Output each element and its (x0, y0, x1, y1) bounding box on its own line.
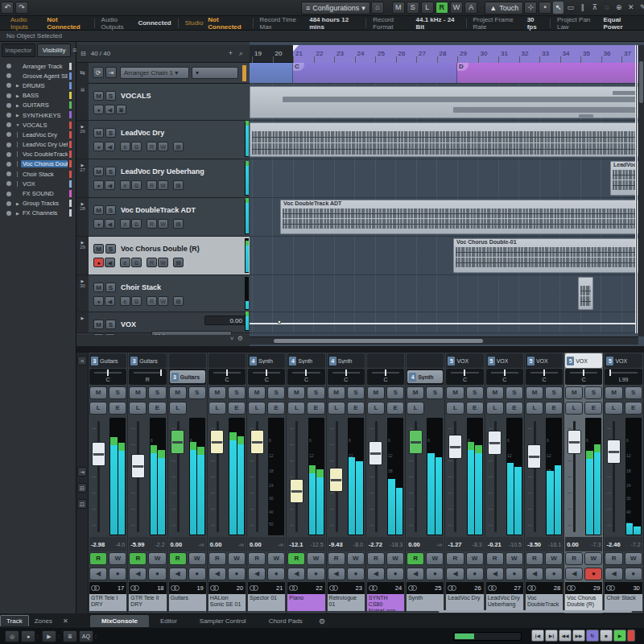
pan-cell[interactable]: C (287, 369, 324, 385)
channel-name[interactable]: Retrologue 01 (328, 594, 365, 611)
mute-button[interactable]: M (89, 386, 107, 399)
visibility-dot-icon[interactable] (6, 73, 11, 78)
pan-indicator[interactable] (107, 369, 109, 376)
record-enable-button[interactable]: ● (426, 568, 444, 580)
record-enable-button[interactable]: ● (267, 568, 285, 580)
pan-cell[interactable]: C (446, 369, 483, 385)
fader-handle[interactable] (527, 444, 541, 469)
output-view-icon[interactable]: ⊡ (77, 499, 87, 509)
write-button[interactable]: W (158, 258, 168, 267)
solo-button[interactable]: S (109, 386, 126, 399)
listen-button[interactable]: L (605, 402, 622, 415)
channel-name[interactable]: Synth (407, 594, 444, 611)
tab-inspector[interactable]: Inspector (2, 43, 35, 57)
listen-button[interactable]: L (367, 402, 385, 415)
solo-button[interactable]: S (105, 244, 116, 254)
record-enable-button[interactable]: ● (506, 568, 523, 580)
solo-button[interactable]: S (625, 386, 642, 399)
arranger-mode-icon[interactable]: ⇥ (105, 67, 117, 78)
pan-indicator[interactable] (345, 369, 347, 376)
mute-button[interactable]: M (93, 283, 104, 292)
monitor-button[interactable]: ◀ (407, 568, 424, 580)
mixer-scroll-thumb[interactable] (439, 610, 632, 613)
snap-icon[interactable]: ⊹ (524, 2, 537, 14)
monitor-button[interactable]: ◀ (129, 568, 147, 580)
listen-button[interactable]: L (208, 402, 226, 415)
record-enable-button[interactable]: ● (93, 258, 104, 267)
record-button[interactable] (627, 630, 635, 642)
record-enable-button[interactable]: ● (625, 568, 642, 580)
audio-clip-choir-stack[interactable] (578, 277, 593, 310)
routing-cell[interactable]: 5VOX (605, 353, 642, 368)
listen-button[interactable]: L (565, 402, 583, 415)
fader-handle[interactable] (329, 468, 343, 492)
expand-arrow-icon[interactable]: ▶ (76, 316, 89, 320)
write-button[interactable]: W (307, 552, 324, 565)
collapse-arrow-icon[interactable]: ▼ (14, 122, 21, 127)
edit-button[interactable]: E (109, 402, 126, 415)
visibility-dot-icon[interactable] (6, 192, 11, 196)
channel-name[interactable]: HALion Sonic SE 01 (208, 594, 246, 611)
arranger-activate-icon[interactable]: ⟳ (93, 67, 104, 78)
tab-track[interactable]: Track (0, 615, 29, 626)
solo-button[interactable]: S (347, 386, 365, 399)
arranger-part[interactable] (250, 63, 293, 83)
mute-button[interactable]: M (446, 386, 464, 399)
monitor-button[interactable]: ◀ (105, 258, 115, 267)
rewind-button[interactable]: ◀◀ (559, 630, 572, 642)
cycle-button[interactable]: ↻ (586, 630, 599, 642)
pan-indicator[interactable] (305, 369, 307, 376)
read-button[interactable]: R (287, 552, 305, 565)
tab-chord-pads[interactable]: Chord Pads (258, 615, 314, 627)
sidebar-item-leadvoc-dry[interactable]: LeadVoc Dry (0, 130, 76, 139)
record-enable-button[interactable]: ● (307, 568, 324, 580)
track-row-leadvoc-dry[interactable]: ▶26MSLeadVoc Dry●◀e⧉RW▤ (76, 121, 250, 159)
edit-button[interactable]: E (148, 402, 166, 415)
listen-button[interactable]: L (407, 402, 424, 415)
edit-button[interactable]: E (584, 402, 602, 415)
audio-clip-leadvoc-dry[interactable] (250, 122, 638, 157)
sidebar-item-arranger-track[interactable]: Arranger Track (0, 61, 76, 71)
solo-button[interactable]: S (188, 386, 206, 399)
solo-button[interactable]: S (148, 386, 166, 399)
edit-button[interactable]: E (625, 402, 642, 415)
solo-button[interactable]: S (466, 386, 484, 399)
monitor-button[interactable]: ◀ (287, 568, 305, 580)
routing-cell[interactable]: 4Synth (328, 353, 365, 368)
mute-button[interactable]: M (93, 167, 104, 176)
write-button[interactable]: W (228, 552, 246, 565)
group-chip[interactable]: 4Synth (407, 370, 443, 383)
write-button[interactable]: W (158, 180, 168, 190)
expand-arrow-icon[interactable]: ▶ (14, 113, 21, 118)
monitor-button[interactable]: ◀ (105, 296, 115, 306)
visibility-dot-icon[interactable] (6, 93, 11, 98)
edit-channel-button[interactable]: e (120, 142, 130, 151)
channel-name[interactable]: Voc Chorus Double (R) (565, 594, 602, 611)
lanes-button[interactable]: ▤ (173, 219, 184, 229)
channel-name[interactable]: Piano (287, 594, 324, 611)
routing-cell[interactable]: 5VOX (565, 353, 602, 368)
solo-button[interactable]: S (105, 128, 116, 138)
routing-cell[interactable]: 3Guitars (129, 353, 166, 368)
channel-name[interactable]: SYNTH CS80 NoiseLoop (367, 594, 404, 611)
pan-indicator[interactable] (543, 369, 545, 376)
sidebar-item-voc-chorus-double[interactable]: Voc Chorus Double (0, 159, 76, 169)
record-enable-button[interactable]: ● (584, 568, 602, 580)
sidebar-item-choir-stack[interactable]: Choir Stack (0, 169, 76, 179)
write-button[interactable]: W (506, 552, 523, 565)
read-button[interactable]: R (147, 142, 157, 151)
automation-node[interactable] (278, 320, 281, 324)
mute-button[interactable]: M (367, 386, 385, 399)
record-enable-button[interactable]: ● (93, 180, 104, 190)
channel-strip-23[interactable]: 4SynthCMSLE6121824304050-9.43-8.0RW◀●23R… (327, 353, 366, 613)
sidebar-item-synth-keys[interactable]: ▶SYNTH/KEYS (0, 110, 76, 120)
listen-button[interactable]: L (486, 402, 504, 415)
horizontal-scrollbar[interactable] (250, 336, 638, 345)
folder-part[interactable] (250, 86, 638, 118)
split-tool-icon[interactable]: ∥ (577, 2, 588, 14)
grid-type-icon[interactable]: ‣ (539, 2, 551, 14)
track-row-vocals[interactable]: ▤MSVOCALS●◀▣ (76, 84, 250, 121)
transport-left-button-0[interactable]: ◎ (5, 630, 19, 642)
pan-indicator[interactable] (160, 369, 162, 376)
pan-indicator[interactable] (609, 369, 611, 376)
